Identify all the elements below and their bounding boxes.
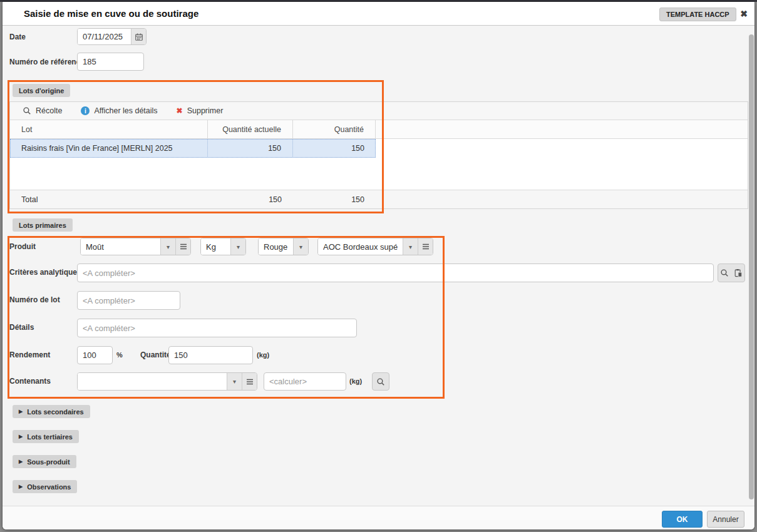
criteres-tools-group	[718, 263, 745, 282]
details-label: Détails	[9, 323, 34, 332]
couleur-combo: ▾	[258, 238, 309, 255]
criteres-analytiques-label: Critères analytiques	[9, 268, 81, 277]
collapse-arrow-icon: ▶	[19, 434, 23, 439]
supprimer-button[interactable]: ✖ Supprimer	[177, 106, 224, 115]
afficher-details-button[interactable]: i Afficher les détails	[81, 106, 157, 115]
supprimer-label: Supprimer	[187, 106, 224, 115]
menu-icon[interactable]	[242, 373, 257, 390]
reference-label: Numéro de référence	[9, 58, 85, 66]
contenants-combo: ▾	[77, 372, 257, 391]
column-header-quantite-actuelle[interactable]: Quantité actuelle	[208, 120, 293, 138]
chevron-down-icon[interactable]: ▾	[230, 238, 245, 255]
menu-icon[interactable]	[418, 238, 433, 255]
quantite-label: Quantité	[140, 350, 171, 359]
cell-lot: Raisins frais [Vin de France] [MERLN] 20…	[10, 139, 208, 158]
produit-label: Produit	[9, 242, 36, 251]
section-label: Lots secondaires	[27, 408, 83, 416]
total-label: Total	[10, 190, 208, 208]
lots-primaires-badge: Lots primaires	[13, 218, 73, 232]
dialog-footer: OK Annuler	[3, 506, 754, 529]
total-quantite-actuelle: 150	[208, 190, 293, 208]
chevron-down-icon[interactable]: ▾	[403, 238, 418, 255]
chevron-down-icon[interactable]: ▾	[293, 238, 308, 255]
lots-origine-toolbar: Récolte i Afficher les détails ✖ Supprim…	[10, 102, 748, 120]
column-header-lot[interactable]: Lot	[10, 120, 208, 138]
info-icon: i	[81, 106, 90, 115]
produit-input[interactable]	[81, 238, 160, 255]
search-icon	[376, 377, 385, 386]
section-lots-secondaires[interactable]: ▶ Lots secondaires	[13, 405, 90, 418]
calendar-icon[interactable]	[131, 29, 146, 44]
section-lots-tertiaires[interactable]: ▶ Lots tertiaires	[13, 430, 79, 443]
rendement-unit: %	[116, 351, 123, 359]
lots-origine-badge-label: Lots d'origine	[19, 87, 64, 95]
grid-header-row: Lot Quantité actuelle Quantité	[10, 120, 748, 139]
dialog-titlebar: Saisie de mise en cuve ou de soutirage T…	[3, 2, 754, 26]
produit-combo: ▾	[80, 238, 191, 255]
dialog-saisie-mise-en-cuve: Saisie de mise en cuve ou de soutirage T…	[3, 2, 754, 529]
quantite-unit: (kg)	[257, 351, 269, 359]
collapse-arrow-icon: ▶	[19, 459, 23, 464]
date-field-group	[77, 28, 147, 45]
chevron-down-icon[interactable]: ▾	[160, 238, 175, 255]
cell-quantite: 150	[293, 139, 376, 158]
date-label: Date	[9, 33, 26, 41]
grid-body: Raisins frais [Vin de France] [MERLN] 20…	[10, 139, 748, 190]
dialog-title: Saisie de mise en cuve ou de soutirage	[24, 2, 198, 26]
column-header-filler	[376, 120, 748, 138]
vertical-scrollbar[interactable]	[749, 34, 754, 499]
date-input[interactable]	[78, 29, 131, 44]
lots-origine-badge: Lots d'origine	[13, 84, 70, 97]
collapse-arrow-icon: ▶	[19, 484, 23, 489]
lots-origine-grid: Récolte i Afficher les détails ✖ Supprim…	[9, 101, 748, 209]
table-row[interactable]: Raisins frais [Vin de France] [MERLN] 20…	[10, 139, 376, 158]
couleur-input[interactable]	[259, 238, 293, 255]
paste-icon[interactable]	[734, 269, 743, 277]
contenants-search-button[interactable]	[372, 372, 389, 391]
contenants-input[interactable]	[78, 373, 227, 390]
search-icon	[23, 106, 31, 115]
total-quantite: 150	[293, 190, 376, 208]
rendement-label: Rendement	[9, 350, 50, 359]
contenants-calcul-input[interactable]	[264, 372, 346, 391]
cell-quantite-actuelle: 150	[208, 139, 293, 158]
reference-input[interactable]	[77, 53, 144, 71]
menu-icon[interactable]	[175, 238, 190, 255]
numero-de-lot-input[interactable]	[77, 291, 180, 310]
grid-total-row: Total 150 150	[10, 190, 748, 208]
search-icon[interactable]	[720, 269, 729, 277]
section-observations[interactable]: ▶ Observations	[13, 480, 77, 493]
total-filler	[376, 190, 748, 208]
appellation-input[interactable]	[318, 238, 403, 255]
quantite-input[interactable]	[168, 346, 253, 364]
section-label: Observations	[27, 483, 71, 491]
numero-de-lot-label: Numéro de lot	[9, 295, 60, 304]
page-background: Saisie de mise en cuve ou de soutirage T…	[0, 0, 757, 532]
criteres-analytiques-input[interactable]	[77, 263, 714, 282]
column-header-quantite[interactable]: Quantité	[293, 120, 376, 138]
recolte-button[interactable]: Récolte	[23, 106, 62, 115]
section-sous-produit[interactable]: ▶ Sous-produit	[13, 455, 76, 468]
chevron-down-icon[interactable]: ▾	[227, 373, 242, 390]
afficher-details-label: Afficher les détails	[94, 106, 157, 115]
section-label: Sous-produit	[27, 458, 70, 466]
section-label: Lots tertiaires	[27, 433, 73, 441]
unite-input[interactable]	[201, 238, 230, 255]
unite-combo: ▾	[200, 238, 246, 255]
appellation-combo: ▾	[317, 238, 433, 255]
close-icon[interactable]: ✖	[738, 8, 750, 20]
cancel-button[interactable]: Annuler	[707, 511, 744, 528]
template-haccp-button[interactable]: TEMPLATE HACCP	[659, 8, 736, 21]
collapse-arrow-icon: ▶	[19, 409, 23, 414]
delete-icon: ✖	[177, 106, 183, 115]
ok-button[interactable]: OK	[662, 511, 703, 528]
details-input[interactable]	[77, 319, 357, 337]
contenants-unit: (kg)	[349, 377, 362, 385]
rendement-input[interactable]	[77, 346, 113, 364]
contenants-label: Contenants	[9, 377, 51, 386]
lots-primaires-badge-label: Lots primaires	[19, 222, 66, 229]
recolte-label: Récolte	[36, 106, 62, 115]
